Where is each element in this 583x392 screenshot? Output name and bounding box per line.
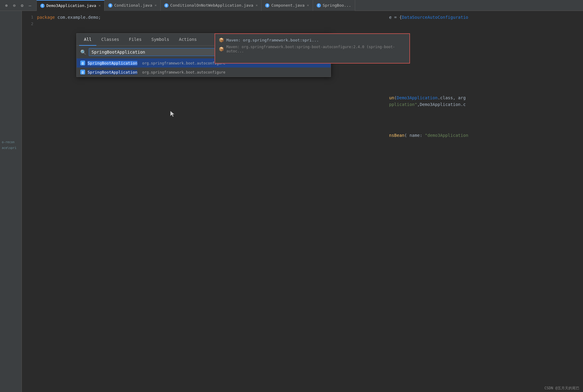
sidebar-text-recon: o-recon	[0, 139, 16, 145]
main-area: o-recon ace\spri 1 package com.example.d…	[0, 11, 583, 392]
search-icon: 🔍	[80, 49, 86, 55]
tab-conditional[interactable]: @ Conditional.java ✕	[105, 0, 161, 11]
tab-conditionalonnotweb-close[interactable]: ✕	[256, 3, 258, 7]
tab-conditionalonnotweb[interactable]: @ ConditionalOnNotWebApplication.java ✕	[161, 0, 262, 11]
right-code-line-6: nsBean( name: "demo3Application	[389, 132, 583, 139]
tab-demo3-application[interactable]: C Demo3Application.java ✕	[37, 0, 105, 11]
tab-demo3-icon: C	[40, 4, 45, 8]
tab-component-icon: @	[265, 3, 269, 8]
line-number-1: 1	[22, 14, 37, 21]
settings-icon[interactable]: ⚙	[19, 3, 25, 8]
subtract-icon[interactable]: ⊖	[12, 3, 17, 8]
detail-text-2: Maven: org.springframework.boot:spring-b…	[226, 45, 406, 53]
right-code-line-5: pplication",Demo3Application.c	[389, 101, 583, 108]
detail-row-2: 📦 Maven: org.springframework.boot:spring…	[219, 44, 406, 54]
tab-conditional-icon: @	[108, 3, 112, 8]
bottom-bar-text: CSDN @五月天的尾巴	[545, 386, 579, 390]
right-line-content-4: un(Demo3Application.class, arg	[389, 94, 583, 101]
right-code-line-3	[389, 27, 583, 34]
tab-conditional-close[interactable]: ✕	[155, 3, 157, 7]
add-icon[interactable]: ⊕	[4, 3, 9, 8]
result-icon-1: @	[80, 61, 85, 65]
detail-maven-icon-2: 📦	[219, 47, 224, 51]
search-tab-all[interactable]: All	[79, 34, 96, 46]
sidebar-text-spri: ace\spri	[0, 145, 18, 151]
toolbar-icons: ⊕ ⊖ ⚙ —	[0, 0, 37, 11]
tab-springboot-label: SpringBoo...	[323, 3, 351, 8]
bottom-bar: CSDN @五月天的尾巴	[541, 384, 583, 392]
tab-conditional-label: Conditional.java	[114, 3, 152, 8]
right-line-content-6: nsBean( name: "demo3Application	[389, 132, 583, 139]
cursor-icon	[170, 111, 176, 117]
detail-maven-icon: 📦	[219, 38, 224, 42]
detail-row-1: 📦 Maven: org.springframework.boot:spri..…	[219, 36, 406, 44]
right-line-content-5: pplication",Demo3Application.c	[389, 101, 583, 108]
tab-conditionalonnotweb-icon: @	[164, 3, 168, 8]
right-code-line-2	[389, 21, 583, 27]
right-code-line-1: e = {DataSourceAutoConfiguratio	[389, 14, 583, 21]
tab-component-close[interactable]: ✕	[307, 3, 309, 7]
tab-component-label: Component.java	[271, 3, 305, 8]
search-tab-actions[interactable]: Actions	[174, 34, 202, 46]
cursor	[170, 111, 176, 117]
svg-marker-0	[170, 111, 175, 117]
right-code-area: e = {DataSourceAutoConfiguratio un(Demo3…	[389, 11, 583, 139]
detail-popup: 📦 Maven: org.springframework.boot:spri..…	[215, 33, 410, 64]
search-tab-classes[interactable]: Classes	[96, 34, 124, 46]
code-area: 1 package com.example.demo; 2 All Classe…	[22, 11, 583, 392]
tab-springboot[interactable]: C SpringBoo...	[313, 0, 355, 11]
tab-demo3-close[interactable]: ✕	[98, 4, 101, 8]
tab-demo3-label: Demo3Application.java	[46, 3, 96, 8]
tab-bar: ⊕ ⊖ ⚙ — C Demo3Application.java ✕ @ Cond…	[0, 0, 583, 11]
result-text-2: SpringBootApplication org.springframewor…	[88, 70, 327, 74]
left-sidebar: o-recon ace\spri	[0, 11, 22, 392]
result-item-2[interactable]: @ SpringBootApplication org.springframew…	[77, 68, 331, 77]
right-line-content-1: e = {DataSourceAutoConfiguratio	[389, 14, 583, 21]
result-icon-2: @	[80, 70, 85, 74]
tab-component[interactable]: @ Component.java ✕	[262, 0, 313, 11]
tab-springboot-icon: C	[317, 3, 321, 8]
search-tab-files[interactable]: Files	[124, 34, 146, 46]
line-number-2: 2	[22, 21, 37, 27]
search-tab-symbols[interactable]: Symbols	[146, 34, 174, 46]
right-code-line-4: un(Demo3Application.class, arg	[389, 94, 583, 101]
tab-conditionalonnotweb-label: ConditionalOnNotWebApplication.java	[170, 3, 253, 8]
detail-text-1: Maven: org.springframework.boot:spri...	[226, 38, 319, 42]
minimize-icon[interactable]: —	[27, 3, 33, 8]
